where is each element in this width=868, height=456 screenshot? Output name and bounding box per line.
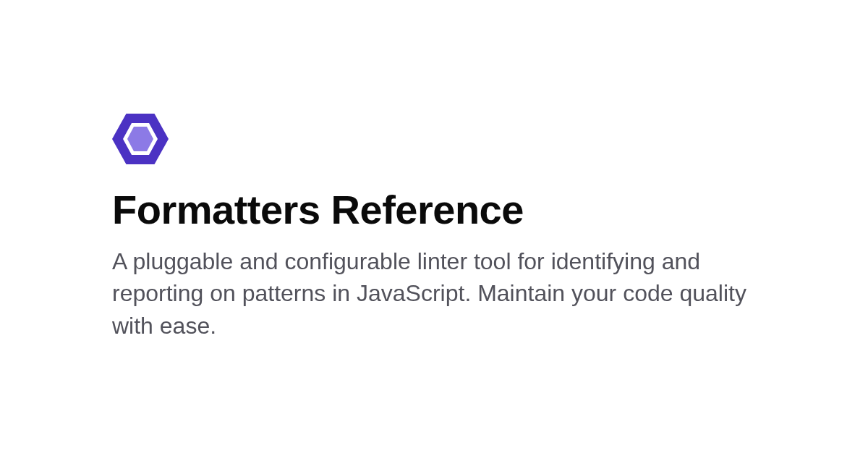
eslint-logo	[112, 114, 781, 167]
page-title: Formatters Reference	[112, 187, 781, 232]
page-description: A pluggable and configurable linter tool…	[112, 245, 749, 342]
